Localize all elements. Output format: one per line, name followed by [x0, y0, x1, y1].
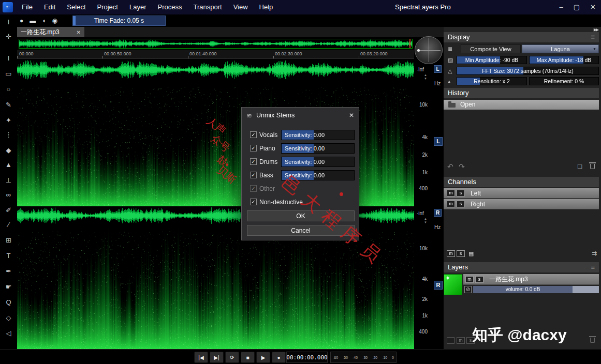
layer-row[interactable]: m s 一路生花.mp3 [463, 274, 599, 285]
channel-row-right[interactable]: m s Right [444, 199, 599, 209]
scale-spinner-left[interactable]: ▲ ▼ [424, 73, 427, 81]
brush-select-tool[interactable]: ✎ [0, 99, 17, 111]
tab-file[interactable]: 一路生花.mp3 ✕ [17, 27, 84, 37]
layers-view-icon[interactable]: ≣ [448, 44, 452, 53]
eraser-tool[interactable]: ◆ [0, 145, 17, 156]
dialog-title-bar[interactable]: ≋ Unmix Stems ✕ [242, 108, 359, 123]
move-tool[interactable]: ✛ [0, 31, 17, 42]
lasso-select-tool[interactable]: ○ [0, 84, 17, 95]
tab-close-icon[interactable]: ✕ [77, 29, 81, 35]
close-button[interactable]: ✕ [590, 0, 596, 14]
magic-wand-tool[interactable]: ✦ [0, 115, 17, 126]
channel-grid-icon[interactable]: ▦ [468, 249, 474, 257]
drums-sensitivity-field[interactable]: Sensitivity: 0.00 [281, 157, 355, 167]
drums-checkbox[interactable]: ✓ [250, 158, 257, 165]
max-amplitude-field[interactable]: Max Amplitude: -18 dB [529, 56, 599, 64]
resolution-field[interactable]: Resolution: x 2 [457, 77, 527, 85]
playback-speed-knob[interactable] [415, 36, 443, 64]
pen-tool[interactable]: ✒ [0, 266, 17, 277]
display-menu-icon[interactable]: ≡ [591, 32, 595, 42]
subtract-selection-icon[interactable]: ◖ [42, 16, 46, 26]
skip-to-start-button[interactable]: |◀ [194, 352, 208, 363]
spin-down-icon[interactable]: ▼ [424, 221, 427, 224]
history-item-open[interactable]: Open [444, 100, 599, 110]
composite-view-button[interactable]: Composite View [461, 44, 521, 53]
overview-waveform[interactable] [19, 39, 412, 48]
play-button[interactable]: ▶ [256, 352, 270, 363]
non-destructive-checkbox[interactable]: ✓ [250, 199, 257, 205]
piano-checkbox[interactable]: ✓ [250, 145, 257, 151]
mute-button[interactable]: m [447, 201, 455, 207]
menu-help[interactable]: Help [254, 0, 279, 14]
zoom-tool[interactable]: Q [0, 297, 17, 308]
tool-options-icon[interactable]: ⋮ [0, 129, 17, 141]
time-fade-control[interactable]: Time Fade: 0.05 s [72, 16, 166, 26]
menu-transport[interactable]: Transport [187, 0, 227, 14]
layer-group-mute-button[interactable]: m [457, 337, 465, 344]
spin-up-icon[interactable]: ▲ [424, 217, 427, 221]
piano-sensitivity-field[interactable]: Sensitivity: 0.00 [281, 143, 355, 154]
menu-process[interactable]: Process [152, 0, 188, 14]
dialog-close-icon[interactable]: ✕ [349, 112, 354, 119]
menu-edit[interactable]: Edit [38, 0, 61, 14]
link-tool[interactable]: ∞ [0, 189, 17, 201]
delete-layer-icon[interactable] [590, 338, 595, 343]
layer-thumbnail[interactable]: ✦ [444, 274, 462, 295]
overview-playhead[interactable] [409, 39, 411, 48]
bass-checkbox[interactable]: ✓ [250, 172, 257, 178]
add-selection-icon[interactable]: ▬ [30, 16, 36, 26]
mute-all-button[interactable]: m [447, 250, 455, 257]
anchor-tool[interactable]: ⊥ [0, 175, 17, 186]
vocals-sensitivity-field[interactable]: Sensitivity: 0.00 [281, 130, 355, 140]
3d-display-tool[interactable]: ◇ [0, 312, 17, 324]
redo-icon[interactable]: ↷ [459, 162, 465, 171]
delete-history-icon[interactable] [590, 164, 595, 169]
menu-project[interactable]: Project [92, 0, 124, 14]
mute-button[interactable]: m [447, 190, 455, 196]
solo-button[interactable]: s [457, 201, 465, 207]
menu-select[interactable]: Select [61, 0, 91, 14]
time-selection-tool[interactable]: I [0, 53, 17, 64]
menu-layer[interactable]: Layer [124, 0, 152, 14]
clone-stamp-tool[interactable]: ▲ [0, 159, 17, 171]
layer-volume-bar[interactable]: volume: 0.0 dB [473, 286, 599, 293]
layers-menu-icon[interactable]: ≡ [591, 262, 595, 272]
undo-icon[interactable]: ↶ [447, 162, 453, 171]
monitor-tool[interactable]: ◁ [0, 328, 17, 339]
scale-spinner-right[interactable]: ▲ ▼ [424, 217, 427, 224]
new-layer-button[interactable] [447, 337, 455, 344]
loop-button[interactable]: ⟳ [225, 352, 239, 363]
time-ruler[interactable]: 00.000 00:00:50.000 00:01:40.000 00:02:3… [17, 50, 414, 59]
layer-solo-button[interactable]: s [475, 276, 483, 283]
hand-tool[interactable]: ☛ [0, 281, 17, 293]
vocals-checkbox[interactable]: ✓ [250, 131, 257, 138]
min-amplitude-field[interactable]: Min Amplitude: -90 dB [457, 56, 527, 64]
stop-button[interactable]: ■ [241, 352, 255, 363]
maximize-button[interactable]: ▢ [574, 0, 580, 14]
panel-expand-icon[interactable]: ▶▶ [594, 27, 598, 32]
transform-tool[interactable]: ⊞ [0, 235, 17, 246]
pencil-tool[interactable]: ✐ [0, 205, 17, 216]
layer-mute-button[interactable]: m [465, 276, 474, 283]
knife-tool[interactable]: ∕ [0, 219, 17, 231]
menu-view[interactable]: View [228, 0, 254, 14]
intersect-selection-icon[interactable]: ◉ [52, 16, 57, 26]
text-tool[interactable]: T [0, 250, 17, 262]
menu-file[interactable]: File [16, 0, 38, 14]
routing-icon[interactable]: ⇉ [592, 249, 597, 257]
record-button[interactable]: ● [272, 352, 286, 363]
copy-history-icon[interactable]: ❏ [577, 162, 582, 171]
other-checkbox[interactable]: ✓ [250, 185, 257, 192]
marquee-select-tool[interactable]: ▭ [0, 68, 17, 80]
layer-bypass-button[interactable]: ⊘ [464, 286, 472, 293]
selection-tool[interactable]: I [0, 17, 17, 28]
spin-up-icon[interactable]: ▲ [424, 73, 427, 77]
minimize-button[interactable]: – [560, 0, 563, 14]
overview-strip[interactable] [19, 39, 413, 49]
fft-size-field[interactable]: FFT Size: 3072 samples (70ms/14Hz) [457, 67, 599, 75]
waveform-left-channel[interactable] [17, 60, 414, 80]
solo-button[interactable]: s [457, 190, 465, 196]
channel-row-left[interactable]: m s Left [444, 188, 599, 199]
new-selection-icon[interactable]: ● [20, 16, 23, 26]
skip-to-end-button[interactable]: ▶| [210, 352, 224, 363]
